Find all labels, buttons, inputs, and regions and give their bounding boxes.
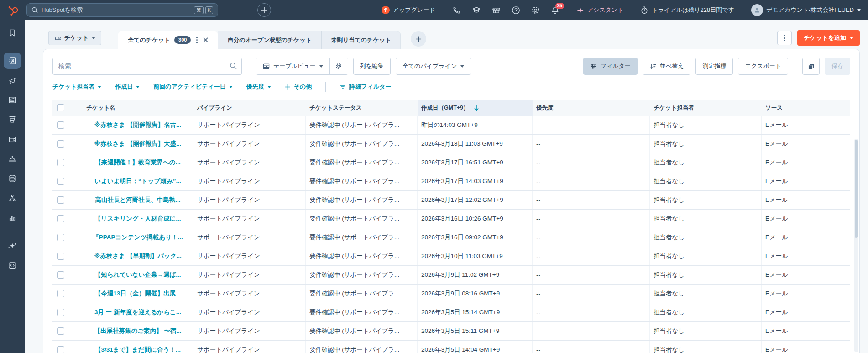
edit-columns-button[interactable]: 列を編集 bbox=[353, 58, 391, 75]
assistant-button[interactable]: アシスタント bbox=[576, 6, 624, 14]
global-search-input[interactable]: HubSpotを検索 ⌘ K bbox=[26, 3, 218, 17]
tab-options-icon[interactable] bbox=[195, 36, 199, 45]
calls-icon[interactable] bbox=[452, 6, 461, 15]
tab-unassigned-tickets[interactable]: 未割り当てのチケット bbox=[321, 31, 401, 49]
stopwatch-icon bbox=[640, 6, 648, 14]
sidebar-item-data[interactable] bbox=[4, 170, 21, 187]
row-checkbox[interactable] bbox=[57, 215, 64, 222]
sidebar-item-breeze[interactable] bbox=[4, 237, 21, 254]
ticket-name-link[interactable]: 高山社長と河野社長、中島執... bbox=[95, 196, 180, 204]
vertical-scrollbar[interactable] bbox=[854, 139, 858, 352]
created-date-cell: 2026年3月17日 12:02 GMT+9 bbox=[418, 191, 533, 209]
more-filters-button[interactable]: その他 bbox=[285, 83, 312, 91]
marketplace-icon[interactable] bbox=[492, 6, 501, 15]
notifications-bell-icon[interactable]: 25 bbox=[551, 6, 559, 15]
pipeline-selector[interactable]: 全てのパイプライン bbox=[396, 58, 471, 75]
scrollbar-thumb[interactable] bbox=[855, 140, 858, 238]
sidebar-item-reporting[interactable] bbox=[4, 210, 21, 226]
quick-filter-dropdown[interactable]: チケット担当者 bbox=[52, 83, 101, 91]
column-header-pipeline[interactable]: パイプライン bbox=[193, 100, 306, 116]
save-view-button[interactable]: 保存 bbox=[825, 58, 850, 75]
source-cell: Eメール bbox=[762, 191, 850, 209]
object-type-selector[interactable]: チケット bbox=[48, 31, 101, 45]
priority-cell: -- bbox=[533, 135, 650, 153]
row-checkbox[interactable] bbox=[57, 271, 64, 279]
ticket-name-link[interactable]: 【来週開催！】教育業界への... bbox=[95, 158, 180, 167]
view-options-button[interactable] bbox=[777, 31, 792, 45]
duplicate-view-button[interactable] bbox=[802, 58, 820, 75]
created-date-cell: 2026年3月10日 11:03 GMT+9 bbox=[418, 247, 533, 265]
academy-icon[interactable] bbox=[472, 5, 481, 15]
sidebar-item-automations[interactable] bbox=[4, 190, 21, 206]
ticket-name-link[interactable]: 3月 ー 新年度を迎えるからこ... bbox=[94, 308, 181, 316]
close-tab-icon[interactable] bbox=[203, 37, 208, 42]
quick-create-button[interactable] bbox=[257, 3, 271, 17]
account-menu[interactable]: デモアカウント-株式会社FLUED bbox=[751, 4, 861, 16]
row-checkbox[interactable] bbox=[57, 159, 64, 166]
sidebar-item-service[interactable] bbox=[4, 151, 21, 167]
quick-filter-dropdown[interactable]: 優先度 bbox=[246, 83, 271, 91]
ticket-name-link[interactable]: ※赤枝さま 【開催報告】大盛... bbox=[94, 140, 182, 148]
sidebar-item-content[interactable] bbox=[4, 92, 21, 108]
sparkle-icon bbox=[576, 6, 584, 14]
sidebar-item-commerce[interactable] bbox=[4, 131, 21, 148]
ticket-name-cell: 【今週13日（金）開催】出展... bbox=[83, 285, 193, 303]
view-type-selector[interactable]: テーブルビュー bbox=[256, 58, 329, 74]
table-row: 【3/31まで】まだ間に合う！... サポートパイプライン 要件確認中 (サポー… bbox=[52, 341, 850, 353]
column-header-owner[interactable]: チケット担当者 bbox=[650, 100, 762, 116]
divider bbox=[632, 5, 632, 16]
shortcut-keys: ⌘ K bbox=[194, 6, 213, 14]
add-view-button[interactable] bbox=[411, 31, 426, 47]
select-all-checkbox[interactable] bbox=[57, 104, 64, 111]
ticket-name-link[interactable]: 【知られていない企業→選ば... bbox=[95, 271, 181, 279]
filter-button[interactable]: フィルター bbox=[583, 58, 638, 75]
quick-filter-dropdown[interactable]: 作成日 bbox=[115, 83, 140, 91]
table-row: 【リスキリング・人材育成に... サポートパイプライン 要件確認中 (サポートパ… bbox=[52, 210, 850, 228]
column-header-priority[interactable]: 優先度 bbox=[533, 100, 650, 116]
ticket-name-link[interactable]: いよいよ明日：“トップ頼み”... bbox=[94, 177, 181, 185]
row-checkbox[interactable] bbox=[57, 346, 64, 353]
row-checkbox[interactable] bbox=[57, 140, 64, 148]
upgrade-button[interactable]: アップグレード bbox=[382, 6, 435, 14]
row-checkbox[interactable] bbox=[57, 253, 64, 260]
advanced-filters-button[interactable]: 詳細フィルター bbox=[340, 83, 391, 91]
sidebar-item-crm[interactable] bbox=[4, 53, 21, 69]
ticket-name-link[interactable]: 【リスキリング・人材育成に... bbox=[95, 215, 181, 223]
metrics-button[interactable]: 測定指標 bbox=[695, 58, 733, 75]
owner-cell: 担当者なし bbox=[650, 135, 762, 153]
ticket-name-link[interactable]: 【今週13日（金）開催】出展... bbox=[95, 290, 181, 298]
column-header-name[interactable]: チケット名 bbox=[83, 100, 193, 116]
ticket-name-link[interactable]: ※赤枝さま 【早期割】バック... bbox=[94, 252, 182, 260]
export-button[interactable]: エクスポート bbox=[738, 58, 788, 75]
sidebar-item-sales[interactable] bbox=[4, 111, 21, 128]
settings-icon[interactable] bbox=[531, 6, 540, 15]
sidebar-item-development[interactable] bbox=[4, 257, 21, 274]
ticket-name-link[interactable]: 『PPAPコンテンツ掲載あり！... bbox=[93, 233, 183, 242]
trial-status[interactable]: トライアルは残り228日間です bbox=[640, 6, 734, 14]
row-checkbox[interactable] bbox=[57, 234, 64, 241]
row-checkbox[interactable] bbox=[57, 178, 64, 185]
table-search-input[interactable] bbox=[52, 58, 242, 75]
column-header-source[interactable]: ソース bbox=[762, 100, 850, 116]
column-header-created[interactable]: 作成日（GMT+9） bbox=[418, 100, 533, 116]
add-ticket-button[interactable]: チケットを追加 bbox=[797, 30, 860, 46]
tab-my-open-tickets[interactable]: 自分のオープン状態のチケット bbox=[218, 31, 321, 49]
ticket-name-link[interactable]: ※赤枝さま 【開催報告】名古... bbox=[94, 121, 182, 129]
help-icon[interactable] bbox=[512, 6, 520, 15]
row-checkbox[interactable] bbox=[57, 327, 64, 335]
ticket-name-link[interactable]: 【3/31まで】まだ間に合う！... bbox=[95, 346, 181, 353]
sort-button[interactable]: 並べ替え bbox=[643, 58, 691, 75]
ticket-name-link[interactable]: 【出展社募集のご案内】 〜宿... bbox=[94, 327, 181, 335]
row-checkbox[interactable] bbox=[57, 121, 64, 129]
pipeline-cell: サポートパイプライン bbox=[193, 153, 306, 172]
column-header-status[interactable]: チケットステータス bbox=[306, 100, 418, 116]
hubspot-logo-icon[interactable] bbox=[7, 4, 20, 16]
quick-filter-dropdown[interactable]: 前回のアクティビティー日 bbox=[153, 83, 232, 91]
tab-all-tickets[interactable]: 全てのチケット 300 bbox=[118, 31, 218, 49]
sidebar-item-bookmarks[interactable] bbox=[4, 25, 21, 41]
row-checkbox[interactable] bbox=[57, 309, 64, 316]
row-checkbox[interactable] bbox=[57, 196, 64, 204]
view-settings-button[interactable] bbox=[329, 58, 348, 74]
row-checkbox[interactable] bbox=[57, 290, 64, 297]
sidebar-item-marketing[interactable] bbox=[4, 72, 21, 89]
